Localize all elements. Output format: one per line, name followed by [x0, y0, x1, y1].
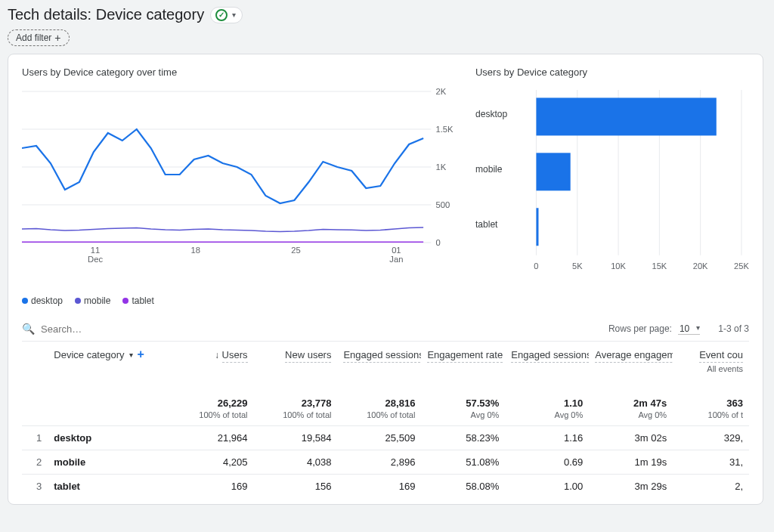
bar-category: desktop	[475, 109, 507, 119]
column-header[interactable]: Engaged sessions	[337, 342, 421, 379]
data-table: Device category ▾ + ↓ Users New users En…	[22, 342, 749, 498]
add-filter-button[interactable]: Add filter +	[8, 29, 70, 46]
bar	[536, 153, 570, 190]
cell: 19,584	[254, 426, 338, 450]
cell: 3m 29s	[589, 475, 673, 499]
total-value: 2m 47s	[633, 397, 667, 409]
x-tick: 10K	[611, 261, 626, 271]
row-dimension: mobile	[48, 450, 169, 475]
column-header[interactable]: ↓ Users	[170, 342, 254, 379]
cell: 58.08%	[421, 475, 505, 499]
line-chart[interactable]: 2K 1.5K 1K 500 0 11 Dec 18 25 01 Jan	[22, 84, 454, 273]
chart-legend: desktop mobile tablet	[22, 295, 454, 306]
column-header[interactable]: Event couAll events	[673, 342, 749, 379]
cell: 2,	[673, 475, 749, 499]
bar	[536, 97, 716, 135]
row-index: 3	[22, 475, 48, 499]
column-header[interactable]: Engaged sessions per user	[505, 342, 589, 379]
bar-category: tablet	[475, 219, 498, 230]
cell: 169	[170, 475, 254, 499]
row-index: 1	[22, 426, 48, 450]
caret-down-icon: ▾	[232, 11, 236, 19]
search-input[interactable]	[41, 323, 192, 335]
cell: 329,	[673, 426, 749, 450]
x-tick: Dec	[88, 255, 103, 264]
total-value: 23,778	[302, 397, 332, 409]
table-row[interactable]: 2mobile4,2054,0382,89651.08%0.691m 19s31…	[22, 450, 749, 475]
cell: 51.08%	[421, 450, 505, 475]
line-chart-title: Users by Device category over time	[22, 66, 454, 78]
bar-category: mobile	[475, 164, 503, 175]
column-header-label: New users	[285, 349, 331, 363]
x-tick: Jan	[389, 255, 403, 264]
total-value: 1.10	[564, 397, 583, 409]
dimension-header[interactable]: Device category ▾ +	[54, 348, 163, 361]
total-sub: Avg 0%	[511, 410, 583, 419]
x-tick: 25	[291, 246, 300, 255]
x-tick: 20K	[693, 261, 708, 271]
y-tick: 0	[435, 238, 440, 247]
column-header-sub: All events	[679, 364, 743, 373]
x-tick: 18	[191, 246, 200, 255]
bar-chart-panel: Users by Device category desktop mobile …	[475, 66, 749, 306]
bar-chart[interactable]: desktop mobile tablet 0 5K 10K 15K 20K 2…	[475, 90, 749, 279]
status-filter-pill[interactable]: ✓ ▾	[210, 7, 243, 23]
cell: 31,	[673, 450, 749, 475]
total-value: 26,229	[218, 397, 248, 409]
y-tick: 2K	[435, 87, 446, 96]
dimension-header-label: Device category	[54, 349, 124, 360]
table-controls: 🔍 Rows per page: 10 1-3 of 3	[22, 320, 749, 342]
row-dimension: tablet	[48, 475, 169, 499]
column-header[interactable]: Average engagement time	[589, 342, 673, 379]
cell: 3m 02s	[589, 426, 673, 450]
search-wrap: 🔍	[22, 323, 608, 335]
x-tick: 5K	[572, 261, 583, 271]
y-tick: 500	[435, 200, 450, 209]
total-sub: Avg 0%	[427, 410, 499, 419]
x-tick: 15K	[652, 261, 667, 271]
pager: 1-3 of 3	[718, 323, 749, 334]
column-header[interactable]: Engagement rate	[421, 342, 505, 379]
rows-per-page: Rows per page: 10	[608, 323, 700, 335]
add-filter-label: Add filter	[16, 32, 51, 43]
cell: 156	[254, 475, 338, 499]
y-tick: 1K	[435, 162, 446, 172]
column-header-label: Event cou	[699, 349, 743, 363]
column-header-label: Engaged sessions per user	[511, 349, 589, 363]
cell: 21,964	[170, 426, 254, 450]
legend-label: tablet	[132, 295, 153, 306]
total-value: 28,816	[385, 397, 416, 409]
line-series-mobile	[22, 227, 423, 232]
rows-per-page-select[interactable]: 10	[678, 323, 700, 335]
legend-label: desktop	[31, 295, 63, 306]
total-value: 57.53%	[466, 397, 499, 409]
legend-item: mobile	[75, 295, 110, 306]
column-header-label: Engagement rate	[427, 349, 503, 363]
rows-per-page-label: Rows per page:	[608, 323, 672, 334]
swatch-icon	[122, 298, 128, 304]
column-header-label: Average engagement time	[595, 349, 673, 363]
row-dimension: desktop	[48, 426, 169, 450]
table-row[interactable]: 1desktop21,96419,58425,50958.23%1.163m 0…	[22, 426, 749, 450]
cell: 58.23%	[421, 426, 505, 450]
page-title: Tech details: Device category	[8, 6, 204, 23]
x-tick: 11	[91, 246, 100, 255]
cell: 4,205	[170, 450, 254, 475]
swatch-icon	[75, 298, 81, 304]
table-row[interactable]: 3tablet16915616958.08%1.003m 29s2,	[22, 475, 749, 499]
bar	[536, 208, 538, 246]
chevron-down-icon: ▾	[129, 351, 133, 359]
swatch-icon	[22, 298, 28, 304]
legend-label: mobile	[84, 295, 110, 306]
x-tick: 0	[534, 261, 538, 271]
total-sub: 100% of total	[343, 410, 415, 419]
bar-chart-title: Users by Device category	[475, 66, 749, 78]
column-header[interactable]: New users	[254, 342, 338, 379]
cell: 4,038	[254, 450, 338, 475]
total-sub: Avg 0%	[595, 410, 667, 419]
x-tick: 01	[392, 246, 401, 255]
line-series-desktop	[22, 129, 423, 203]
cell: 1.16	[505, 426, 589, 450]
report-card: Users by Device category over time 2K 1.…	[8, 54, 763, 505]
add-dimension-button[interactable]: +	[138, 348, 144, 361]
